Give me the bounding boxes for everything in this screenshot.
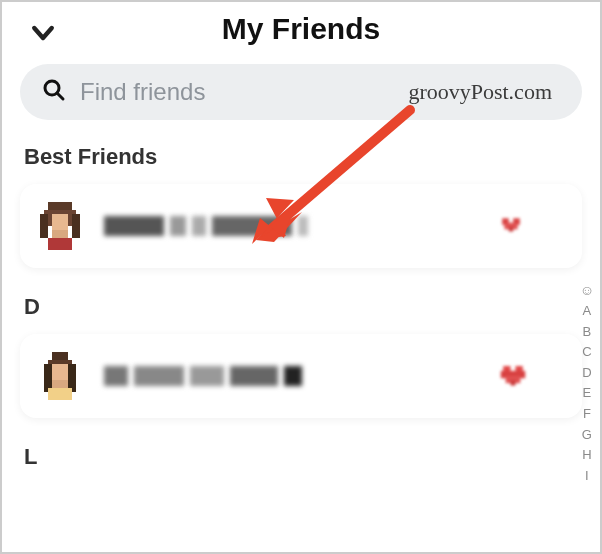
smiley-icon[interactable]: ☺ [580,282,594,298]
section-label-d: D [24,294,582,320]
avatar [40,202,80,250]
friend-row[interactable] [20,334,582,418]
index-letter[interactable]: I [585,468,589,484]
watermark-text: groovyPost.com [408,79,552,105]
alphabet-index-rail[interactable]: ☺ A B C D E F G H I [580,282,594,483]
section-label-best-friends: Best Friends [24,144,582,170]
friend-name-blurred [104,216,500,236]
svg-rect-7 [52,230,68,238]
svg-rect-18 [52,380,68,388]
search-placeholder: Find friends [80,78,205,106]
index-letter[interactable]: F [583,406,591,422]
svg-rect-24 [511,381,516,386]
svg-rect-16 [44,364,52,392]
heart-icon [500,366,522,386]
svg-line-1 [57,93,63,99]
page-title: My Friends [20,12,582,46]
section-label-l: L [24,444,582,470]
svg-rect-12 [509,227,513,231]
index-letter[interactable]: C [582,344,591,360]
svg-rect-6 [72,214,80,238]
friend-row[interactable] [20,184,582,268]
svg-rect-8 [48,238,72,250]
index-letter[interactable]: B [583,324,592,340]
index-letter[interactable]: E [583,385,592,401]
svg-rect-19 [48,388,72,400]
index-letter[interactable]: D [582,365,591,381]
index-letter[interactable]: A [583,303,592,319]
avatar [40,352,80,400]
svg-rect-15 [52,364,68,380]
search-icon [42,78,66,106]
index-letter[interactable]: H [582,447,591,463]
header: My Friends [20,12,582,46]
heart-icon [500,216,522,236]
svg-rect-5 [40,214,48,238]
svg-rect-17 [68,364,76,392]
search-input[interactable]: Find friends groovyPost.com [20,64,582,120]
back-chevron-icon[interactable] [28,18,58,52]
friend-name-blurred [104,366,500,386]
svg-rect-4 [52,214,68,230]
index-letter[interactable]: G [582,427,592,443]
